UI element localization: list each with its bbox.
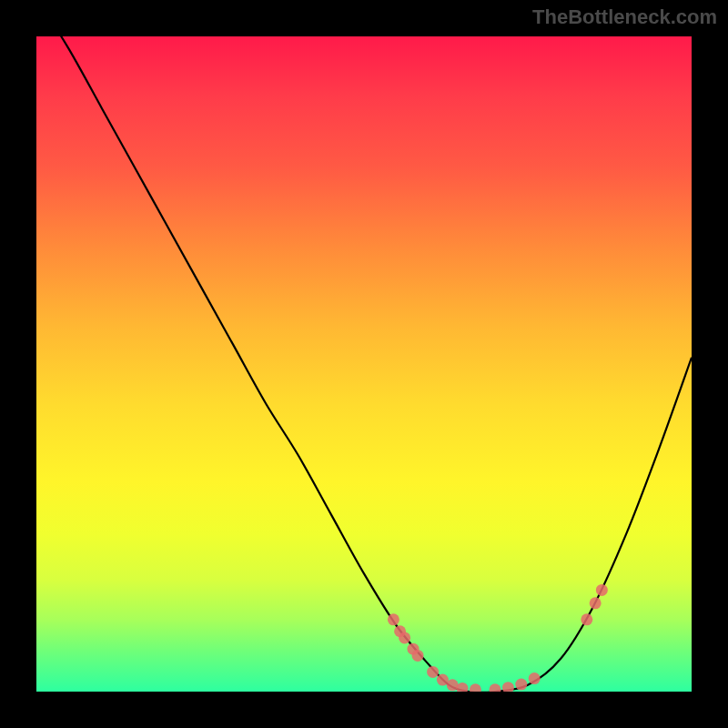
plot-area	[36, 36, 692, 692]
watermark-text: TheBottleneck.com	[532, 5, 717, 29]
gradient-background	[36, 36, 692, 692]
